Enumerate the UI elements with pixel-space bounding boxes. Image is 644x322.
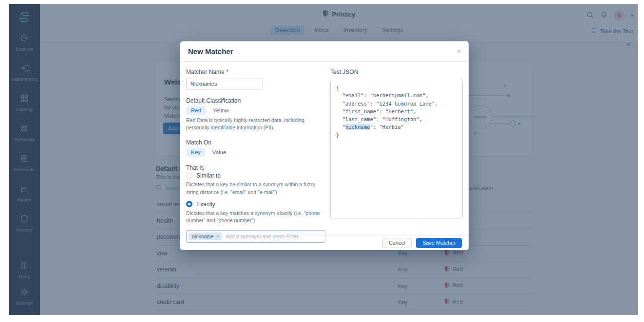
exactly-label: Exactly	[196, 201, 215, 208]
that-is-label: That Is	[186, 164, 325, 171]
modal-footer: Cancel Save Matcher	[180, 235, 469, 250]
default-classification-label: Default Classification	[186, 97, 325, 104]
cancel-button[interactable]: Cancel	[382, 238, 412, 248]
match-on-option-value[interactable]: Value	[208, 148, 231, 157]
modal-header: New Matcher ×	[180, 41, 469, 62]
similar-to-description: Dictates that a key be similar to a syno…	[186, 181, 325, 196]
match-on-option-key[interactable]: Key	[186, 148, 206, 157]
match-on-toggle: Key Value	[186, 148, 325, 157]
exactly-option[interactable]: Exactly	[186, 201, 325, 208]
matcher-name-label: Matcher Name *	[186, 69, 325, 75]
modal-left-column: Matcher Name * Default Classification Re…	[186, 69, 325, 243]
save-matcher-button[interactable]: Save Matcher	[416, 238, 462, 248]
similar-to-option[interactable]: Similar to	[186, 172, 325, 179]
app-window: Sources Destinations Catalog Personas Pr…	[9, 4, 638, 315]
modal-right-column: Test JSON { "email": "herbert@mail.com",…	[330, 69, 463, 218]
radio-unchecked-icon[interactable]	[186, 173, 192, 179]
classification-toggle: Red Yellow	[186, 106, 325, 115]
classification-option-yellow[interactable]: Yellow	[208, 106, 234, 115]
classification-option-red[interactable]: Red	[186, 106, 206, 115]
matcher-name-input[interactable]	[186, 78, 263, 89]
screenshot-frame: Sources Destinations Catalog Personas Pr…	[0, 0, 644, 322]
similar-to-label: Similar to	[196, 172, 221, 179]
match-on-label: Match On	[186, 139, 325, 146]
modal-title: New Matcher	[188, 47, 233, 55]
classification-help-text: Red Data is typically highly-restricted …	[186, 117, 325, 131]
new-matcher-modal: New Matcher × Matcher Name * Default Cla…	[180, 41, 469, 250]
exactly-description: Dictates that a key matches a synonym ex…	[186, 210, 325, 224]
test-json-label: Test JSON	[330, 69, 463, 75]
test-json-editor[interactable]: { "email": "herbert@mail.com", "address"…	[330, 79, 463, 218]
radio-checked-icon[interactable]	[186, 201, 192, 207]
close-icon[interactable]: ×	[457, 48, 461, 55]
highlighted-json-key: nickname	[345, 124, 370, 130]
